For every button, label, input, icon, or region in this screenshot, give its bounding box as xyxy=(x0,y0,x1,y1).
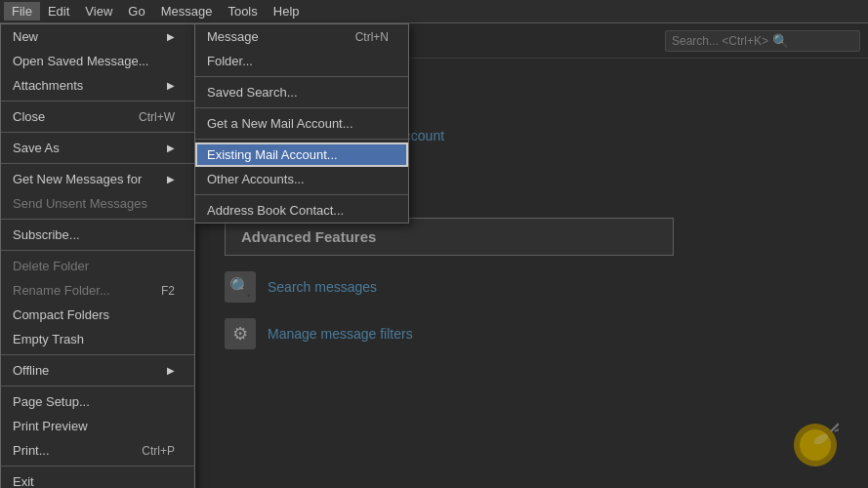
menu-file[interactable]: File xyxy=(4,2,40,20)
new-submenu-address-book-contact[interactable]: Address Book Contact... xyxy=(195,198,408,223)
menu-item-get-new-messages-label: Get New Messages for xyxy=(13,172,142,186)
menu-go[interactable]: Go xyxy=(120,2,152,20)
menu-item-save-as-label: Save As xyxy=(13,141,60,155)
menu-item-compact-folders-label: Compact Folders xyxy=(13,307,109,322)
menu-item-exit[interactable]: Exit xyxy=(1,469,194,488)
new-submenu-saved-search-label: Saved Search... xyxy=(207,85,298,100)
new-submenu-existing-mail-account-label: Existing Mail Account... xyxy=(207,147,338,162)
separator-5 xyxy=(1,250,194,251)
menu-item-subscribe-label: Subscribe... xyxy=(13,227,80,242)
new-submenu-other-accounts-label: Other Accounts... xyxy=(207,172,305,186)
separator-7 xyxy=(1,386,194,386)
menu-tools[interactable]: Tools xyxy=(220,2,265,20)
menu-item-subscribe[interactable]: Subscribe... xyxy=(1,223,194,247)
separator-3 xyxy=(1,163,194,164)
new-submenu-sep-3 xyxy=(195,139,408,140)
offline-arrow-icon: ▶ xyxy=(167,365,175,376)
menu-item-get-new-messages[interactable]: Get New Messages for ▶ xyxy=(1,167,194,191)
menu-item-new-label: New xyxy=(13,29,38,44)
new-submenu-sep-2 xyxy=(195,107,408,108)
new-submenu-message-label: Message xyxy=(207,29,259,44)
menu-item-print-preview-label: Print Preview xyxy=(13,419,88,433)
menu-item-attachments-label: Attachments xyxy=(13,78,83,93)
get-new-messages-arrow-icon: ▶ xyxy=(167,174,175,184)
menu-item-print-label: Print... xyxy=(13,443,50,458)
menu-item-close[interactable]: Close Ctrl+W xyxy=(1,104,194,129)
menu-item-open-saved-label: Open Saved Message... xyxy=(13,54,148,68)
new-submenu-sep-1 xyxy=(195,76,408,77)
menu-view[interactable]: View xyxy=(77,2,120,20)
menu-item-print-preview[interactable]: Print Preview xyxy=(1,414,194,438)
menu-item-delete-folder: Delete Folder xyxy=(1,254,194,278)
menu-message[interactable]: Message xyxy=(153,2,221,20)
file-menu-dropdown[interactable]: New ▶ Open Saved Message... Attachments … xyxy=(0,23,195,488)
menu-item-send-unsent-label: Send Unsent Messages xyxy=(13,196,147,211)
new-submenu-get-mail-account[interactable]: Get a New Mail Account... xyxy=(195,111,408,136)
save-as-arrow-icon: ▶ xyxy=(167,142,175,153)
new-submenu-folder[interactable]: Folder... xyxy=(195,49,408,73)
menu-item-page-setup-label: Page Setup... xyxy=(13,394,90,409)
menu-item-save-as[interactable]: Save As ▶ xyxy=(1,136,194,160)
menu-item-delete-folder-label: Delete Folder xyxy=(13,259,89,273)
separator-2 xyxy=(1,132,194,133)
menu-item-attachments[interactable]: Attachments ▶ xyxy=(1,73,194,98)
separator-1 xyxy=(1,101,194,102)
separator-4 xyxy=(1,219,194,220)
menu-item-rename-folder: Rename Folder... F2 xyxy=(1,278,194,303)
new-submenu-address-book-contact-label: Address Book Contact... xyxy=(207,203,344,218)
menu-item-offline[interactable]: Offline ▶ xyxy=(1,358,194,383)
new-submenu-saved-search[interactable]: Saved Search... xyxy=(195,80,408,104)
new-submenu-sep-4 xyxy=(195,194,408,195)
new-submenu-other-accounts[interactable]: Other Accounts... xyxy=(195,167,408,191)
menu-item-open-saved[interactable]: Open Saved Message... xyxy=(1,49,194,73)
menu-bar: File Edit View Go Message Tools Help xyxy=(0,0,868,23)
new-submenu-existing-mail-account[interactable]: Existing Mail Account... xyxy=(195,142,408,167)
menu-item-print[interactable]: Print... Ctrl+P xyxy=(1,438,194,463)
close-shortcut: Ctrl+W xyxy=(139,110,175,124)
print-shortcut: Ctrl+P xyxy=(142,444,175,458)
menu-item-page-setup[interactable]: Page Setup... xyxy=(1,389,194,414)
menu-item-rename-folder-label: Rename Folder... xyxy=(13,283,110,298)
new-arrow-icon: ▶ xyxy=(167,31,175,42)
menu-item-new[interactable]: New ▶ xyxy=(1,24,194,49)
attachments-arrow-icon: ▶ xyxy=(167,80,175,91)
separator-8 xyxy=(1,466,194,467)
new-submenu-message[interactable]: Message Ctrl+N xyxy=(195,24,408,49)
separator-6 xyxy=(1,354,194,355)
new-submenu[interactable]: Message Ctrl+N Folder... Saved Search...… xyxy=(194,23,409,224)
rename-folder-shortcut: F2 xyxy=(161,284,175,298)
menu-item-exit-label: Exit xyxy=(13,474,34,488)
new-submenu-folder-label: Folder... xyxy=(207,54,253,68)
menu-item-compact-folders[interactable]: Compact Folders xyxy=(1,303,194,327)
menu-help[interactable]: Help xyxy=(266,2,308,20)
new-submenu-get-mail-account-label: Get a New Mail Account... xyxy=(207,116,353,131)
menu-item-send-unsent: Send Unsent Messages xyxy=(1,191,194,216)
menu-item-empty-trash-label: Empty Trash xyxy=(13,332,84,346)
menu-edit[interactable]: Edit xyxy=(40,2,77,20)
menu-item-empty-trash[interactable]: Empty Trash xyxy=(1,327,194,351)
new-message-shortcut: Ctrl+N xyxy=(355,30,389,44)
menu-item-close-label: Close xyxy=(13,109,45,124)
menu-item-offline-label: Offline xyxy=(13,363,49,378)
